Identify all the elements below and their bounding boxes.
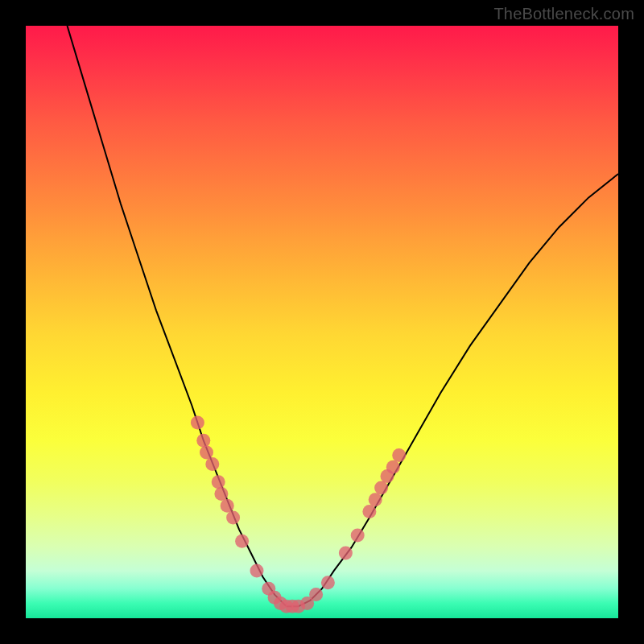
watermark-text: TheBottleneck.com <box>493 5 634 23</box>
data-point <box>226 510 240 524</box>
data-point <box>212 475 225 489</box>
data-point <box>392 448 406 462</box>
data-point <box>374 481 388 495</box>
data-point <box>362 505 376 518</box>
data-point <box>339 547 353 560</box>
bottleneck-curve <box>68 26 619 606</box>
dots-layer <box>191 416 406 613</box>
data-point <box>200 445 213 459</box>
data-point <box>235 535 249 548</box>
data-point <box>214 487 228 501</box>
data-point <box>191 416 204 430</box>
chart-svg <box>26 26 618 618</box>
data-point <box>250 564 264 578</box>
data-point <box>321 576 335 589</box>
curve-layer <box>68 26 619 606</box>
data-point <box>369 493 382 506</box>
chart-frame: TheBottleneck.com <box>0 0 644 644</box>
data-point <box>386 460 400 474</box>
data-point <box>351 529 365 543</box>
data-point <box>196 434 210 448</box>
data-point <box>221 499 234 513</box>
data-point <box>205 457 219 471</box>
plot-area <box>26 26 618 618</box>
data-point <box>309 588 323 601</box>
